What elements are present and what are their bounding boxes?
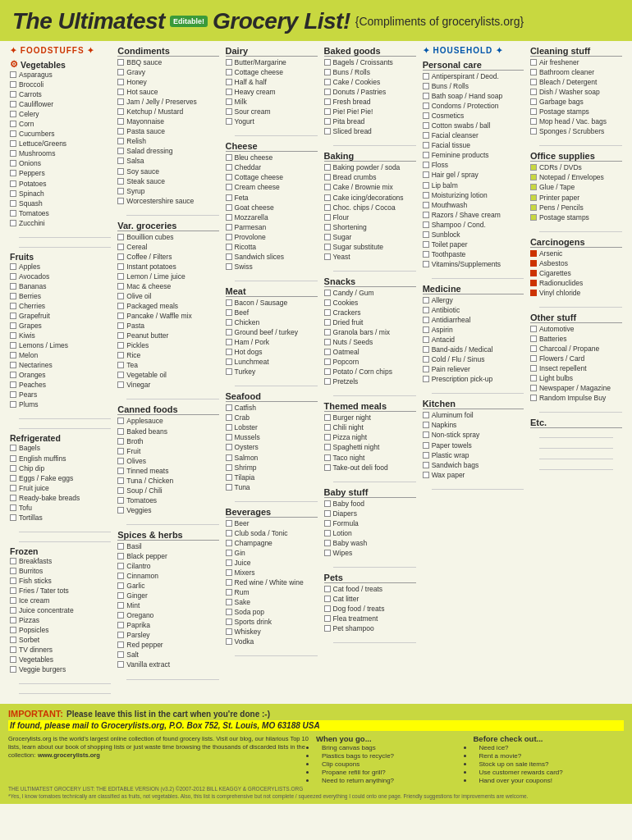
list-item[interactable]: Wipes [324,549,416,558]
checkbox[interactable] [324,204,331,211]
list-item[interactable]: Glue / Tape [530,183,622,192]
list-item[interactable]: Peaches [10,381,111,390]
checkbox[interactable] [10,627,16,633]
checkbox[interactable] [117,283,124,290]
list-item[interactable]: Chip dip [10,464,111,473]
checkbox[interactable] [117,448,124,454]
list-item[interactable]: Bouillion cubes [117,233,218,242]
checkbox[interactable] [324,98,331,105]
checkbox[interactable] [10,607,16,614]
checkbox[interactable] [117,418,124,424]
list-item[interactable]: Crab [226,413,318,422]
checkbox[interactable] [10,646,16,653]
checkbox[interactable] [117,497,124,504]
list-item[interactable]: Worcestershire sauce [117,197,218,206]
checkbox[interactable] [423,241,429,248]
checkbox[interactable] [117,303,124,309]
list-item[interactable]: Ice cream [10,596,111,605]
checkbox[interactable] [324,118,331,125]
list-item[interactable]: Milk [226,98,318,107]
list-item[interactable]: Aspirin [423,326,524,335]
list-item[interactable]: Syrup [117,187,218,196]
list-item[interactable]: Facial tissue [423,141,524,150]
checkbox[interactable] [324,244,331,250]
list-item[interactable]: BBQ sauce [117,58,218,67]
checkbox[interactable] [324,520,331,527]
list-item[interactable]: Vegetables [10,655,111,664]
checkbox[interactable] [324,615,331,622]
list-item[interactable]: Pickles [117,341,218,350]
checkbox[interactable] [117,468,124,474]
checkbox[interactable] [324,319,331,326]
list-item[interactable]: Napkins [423,421,524,430]
checkbox[interactable] [226,253,232,260]
list-item[interactable]: Mozzarella [226,213,318,222]
list-item[interactable]: Asparagus [10,71,111,80]
checkbox[interactable] [226,484,232,491]
checkbox[interactable] [117,69,124,75]
list-item[interactable]: Breakfasts [10,557,111,566]
checkbox[interactable] [324,540,331,546]
list-item[interactable]: Bathroom cleaner [530,68,622,77]
list-item[interactable]: Shampoo / Cond. [423,221,524,230]
list-item[interactable]: Light bulbs [530,374,622,383]
checkbox[interactable] [117,487,124,494]
checkbox[interactable] [324,299,331,306]
list-item[interactable]: Sake [226,598,318,607]
checkbox[interactable] [10,465,16,472]
list-item[interactable]: Baby wash [324,539,416,548]
list-item[interactable]: Relish [117,137,218,146]
list-item[interactable]: Coffee / Filters [117,253,218,262]
checkbox[interactable] [423,356,429,363]
list-item[interactable]: Cereal [117,243,218,252]
list-item[interactable]: Juice concentrate [10,606,111,615]
checkbox[interactable] [530,69,537,75]
checkbox[interactable] [423,231,429,238]
list-item[interactable]: Sandwich bags [423,461,524,470]
list-item[interactable]: Buns / Rolls [324,68,416,77]
checkbox[interactable] [324,434,331,441]
checkbox[interactable] [10,666,16,673]
checkbox[interactable] [226,319,232,326]
list-item[interactable]: Tilapia [226,473,318,482]
list-item[interactable]: Moisturizing lotion [423,191,524,200]
list-item[interactable]: Antidiarrheal [423,316,524,325]
checkbox[interactable] [324,625,331,632]
list-item[interactable]: Olives [117,457,218,466]
checkbox[interactable] [324,550,331,556]
list-item[interactable]: Non-stick spray [423,431,524,440]
checkbox[interactable] [324,586,331,592]
checkbox[interactable] [226,329,232,336]
list-item[interactable]: Chicken [226,318,318,327]
list-item[interactable]: Fries / Tater tots [10,587,111,596]
list-item[interactable]: Charcoal / Propane [530,345,622,354]
list-item[interactable]: Facial cleanser [423,131,524,140]
list-item[interactable]: Vodka [226,637,318,646]
checkbox[interactable] [226,404,232,411]
list-item[interactable]: Bath soap / Hand soap [423,92,524,101]
list-item[interactable]: Cake icing/decorations [324,194,416,203]
checkbox[interactable] [226,79,232,85]
checkbox[interactable] [10,362,16,368]
list-item[interactable]: Taco night [324,454,416,463]
checkbox[interactable] [324,174,331,180]
list-item[interactable]: Red wine / White wine [226,578,318,587]
checkbox[interactable] [423,412,429,418]
list-item[interactable]: Cake / Brownie mix [324,183,416,192]
list-item[interactable]: Whiskey [226,628,318,637]
checkbox[interactable] [423,152,429,158]
list-item[interactable]: Band-aids / Medical [423,345,524,354]
list-item[interactable]: Pears [10,390,111,399]
list-item[interactable]: Feta [226,194,318,203]
checkbox[interactable] [226,464,232,471]
list-item[interactable]: Sugar substitute [324,243,416,252]
list-item[interactable]: Corn [10,120,111,129]
checkbox[interactable] [324,128,331,135]
checkbox[interactable] [10,150,16,157]
list-item[interactable]: Spaghetti night [324,443,416,452]
list-item[interactable]: Lobster [226,423,318,432]
checkbox[interactable] [530,214,537,221]
list-item[interactable]: Lemon / Lime juice [117,272,218,281]
list-item[interactable]: Newspaper / Magazine [530,384,622,393]
checkbox[interactable] [117,168,124,175]
